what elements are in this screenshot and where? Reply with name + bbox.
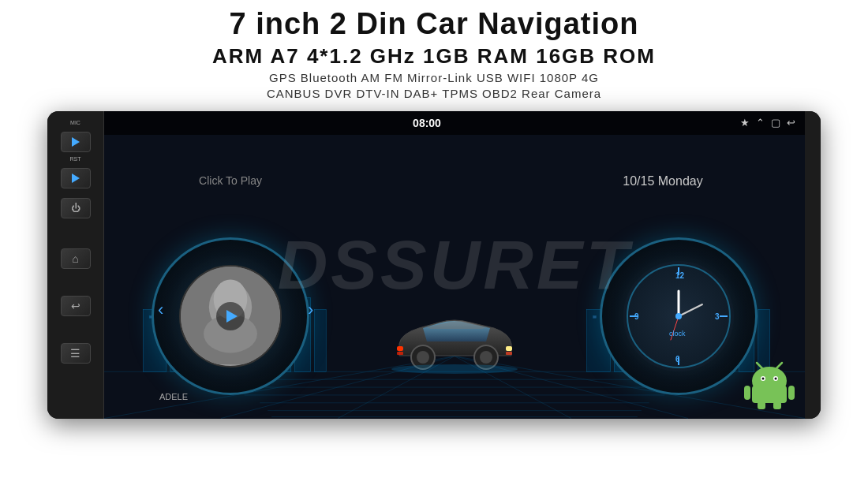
svg-point-62	[480, 351, 492, 364]
screen: 08:00 ★ ⌃ ▢ ↩ DSSURET	[104, 111, 805, 419]
svg-text:6: 6	[675, 355, 680, 364]
svg-text:clock: clock	[669, 330, 686, 338]
mic-group: MIC	[70, 119, 80, 125]
svg-rect-75	[752, 386, 787, 403]
svg-rect-76	[744, 386, 750, 400]
back-icon: ↩	[71, 300, 80, 312]
music-album	[181, 267, 280, 366]
back-button[interactable]: ↩	[61, 296, 91, 316]
expand-icon: ⌃	[756, 117, 765, 129]
svg-rect-20	[314, 310, 326, 372]
click-to-play[interactable]: Click To Play	[152, 174, 309, 187]
features-line1: GPS Bluetooth AM FM Mirror-Link USB WIFI…	[0, 71, 868, 84]
svg-point-71	[762, 377, 765, 379]
next-track-button[interactable]: ›	[308, 300, 313, 320]
status-time: 08:00	[413, 117, 441, 129]
svg-text:3: 3	[715, 312, 720, 321]
right-panel	[805, 111, 821, 419]
car-svg	[383, 300, 526, 379]
rst-button[interactable]	[61, 168, 91, 188]
menu-button[interactable]: ☰	[61, 343, 91, 364]
svg-point-72	[775, 377, 777, 379]
svg-line-74	[776, 363, 782, 368]
rst-play-icon	[72, 173, 80, 183]
left-panel: MIC RST ⏻ ⌂	[47, 111, 104, 419]
bluetooth-icon: ★	[740, 117, 750, 129]
svg-text:12: 12	[675, 271, 685, 280]
play-icon	[72, 137, 80, 147]
rst-label: RST	[70, 156, 81, 162]
rst-group: RST	[70, 155, 81, 162]
window-icon: ▢	[771, 117, 780, 129]
android-logo	[742, 356, 797, 411]
music-label: ADELE	[159, 392, 188, 401]
menu-icon: ☰	[70, 347, 80, 360]
date-display: 10/15 Monday	[584, 174, 742, 188]
mic-label: MIC	[70, 120, 80, 125]
svg-rect-63	[506, 346, 512, 351]
svg-rect-79	[773, 401, 781, 409]
features-line2: CANBUS DVR DTV-IN DAB+ TPMS OBD2 Rear Ca…	[0, 87, 868, 100]
status-right: ★ ⌃ ▢ ↩	[740, 117, 795, 129]
status-bar: 08:00 ★ ⌃ ▢ ↩	[104, 111, 805, 135]
svg-line-73	[757, 363, 762, 368]
car-unit: MIC RST ⏻ ⌂	[47, 111, 821, 419]
main-title: 7 inch 2 Din Car Navigation	[0, 8, 868, 41]
svg-line-55	[679, 304, 702, 316]
device-wrapper: MIC RST ⏻ ⌂	[47, 111, 821, 419]
svg-rect-78	[758, 401, 765, 409]
svg-text:9: 9	[634, 312, 639, 321]
clock-face: 12 3 6 9 clock	[623, 261, 734, 371]
power-icon: ⏻	[71, 203, 80, 214]
header-section: 7 inch 2 Din Car Navigation ARM A7 4*1.2…	[0, 0, 868, 105]
car-area	[376, 293, 533, 387]
svg-rect-64	[506, 352, 512, 355]
play-triangle-icon	[226, 310, 238, 323]
clock-svg: 12 3 6 9 clock	[623, 261, 734, 371]
svg-point-67	[391, 364, 518, 374]
prev-track-button[interactable]: ‹	[158, 300, 163, 320]
play-button[interactable]	[61, 132, 91, 152]
home-icon: ⌂	[72, 252, 78, 265]
music-inner	[179, 265, 282, 367]
music-circle	[152, 237, 309, 395]
svg-rect-77	[788, 386, 795, 400]
home-button[interactable]: ⌂	[61, 248, 91, 269]
music-play-button[interactable]	[216, 302, 245, 330]
svg-point-60	[417, 351, 429, 364]
clock-circle: 12 3 6 9 clock	[600, 237, 758, 395]
svg-rect-66	[397, 352, 403, 355]
svg-point-57	[675, 313, 682, 319]
svg-rect-65	[397, 346, 403, 351]
back-nav-icon: ↩	[787, 117, 795, 129]
android-svg	[742, 356, 797, 411]
power-button[interactable]: ⏻	[61, 198, 91, 218]
specs-line: ARM A7 4*1.2 GHz 1GB RAM 16GB ROM	[0, 44, 868, 69]
svg-rect-37	[593, 316, 597, 319]
